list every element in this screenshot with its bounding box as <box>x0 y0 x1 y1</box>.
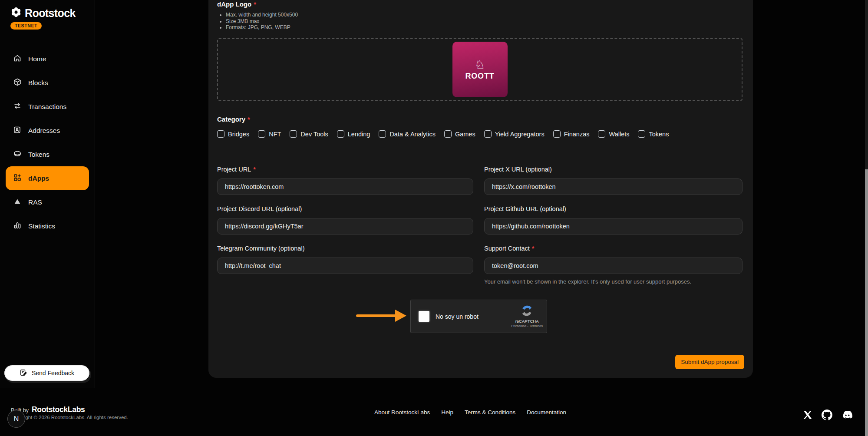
category-options: BridgesNFTDev ToolsLendingData & Analyti… <box>217 130 669 138</box>
category-option-yield-aggregators[interactable]: Yield Aggregators <box>484 130 545 138</box>
sidebar-item-label: Home <box>28 55 46 63</box>
coin-icon <box>13 149 22 160</box>
checkbox-icon[interactable] <box>553 130 561 138</box>
checkbox-icon[interactable] <box>444 130 452 138</box>
category-option-label: Data & Analytics <box>389 131 436 138</box>
category-option-dev-tools[interactable]: Dev Tools <box>290 130 328 138</box>
sidebar-item-blocks[interactable]: Blocks <box>0 71 95 95</box>
category-label: Category* <box>217 116 250 123</box>
checkbox-icon[interactable] <box>379 130 386 138</box>
annotation-arrow <box>356 314 396 317</box>
footer-link-help[interactable]: Help <box>441 409 453 416</box>
field-input-project-x-url-optional[interactable] <box>484 178 743 195</box>
testnet-badge: TESTNET <box>10 22 42 30</box>
footer: Built by RootstockLabs Copyright © 2026 … <box>0 388 868 436</box>
recaptcha-logo-icon <box>521 305 533 319</box>
recaptcha-label: No soy un robot <box>436 313 479 320</box>
form-fields-grid: Project URL*Project X URL (optional)Proj… <box>217 166 743 285</box>
github-icon[interactable] <box>822 410 832 422</box>
recaptcha-branding: reCAPTCHA Privacidad - Términos <box>511 305 543 328</box>
rootstocklabs-wordmark[interactable]: RootstockLabs <box>32 405 85 414</box>
field-input-telegram-community-optional[interactable] <box>217 258 473 274</box>
category-option-label: Yield Aggregators <box>495 131 545 138</box>
field-label: Project X URL (optional) <box>484 166 743 173</box>
notification-avatar-badge[interactable]: N <box>7 410 25 428</box>
category-option-tokens[interactable]: Tokens <box>638 130 669 138</box>
footer-link-terms-conditions[interactable]: Terms & Conditions <box>465 409 515 416</box>
sidebar-item-transactions[interactable]: Transactions <box>0 95 95 119</box>
category-option-games[interactable]: Games <box>444 130 475 138</box>
recaptcha-brand-text: reCAPTCHA <box>515 319 539 324</box>
checkbox-icon[interactable] <box>217 130 224 138</box>
dapp-logo-label: dApp Logo* <box>217 0 256 8</box>
sidebar-item-statistics[interactable]: Statistics <box>0 214 95 238</box>
field-label: Project Discord URL (optional) <box>217 205 473 212</box>
sidebar-item-label: Transactions <box>28 103 66 111</box>
checkbox-icon[interactable] <box>290 130 297 138</box>
logo-preview-tile: ♘ ROOTT <box>452 42 508 97</box>
category-option-finanzas[interactable]: Finanzas <box>553 130 590 138</box>
logo-upload-dropzone[interactable]: ♘ ROOTT <box>217 38 743 101</box>
home-icon <box>13 54 22 64</box>
logo-rule: Size 3MB max <box>226 18 298 25</box>
sidebar-item-label: RAS <box>28 198 42 206</box>
category-option-label: Lending <box>348 131 370 138</box>
brand-logo[interactable]: Rootstock <box>10 7 95 20</box>
checkbox-icon[interactable] <box>258 130 265 138</box>
field-input-support-contact[interactable] <box>484 258 743 274</box>
sidebar-item-ras[interactable]: RAS <box>0 190 95 214</box>
category-option-label: Bridges <box>228 131 249 138</box>
recaptcha-widget: No soy un robot reCAPTCHA Privacidad - T… <box>410 300 547 333</box>
sidebar-item-label: Statistics <box>28 222 55 230</box>
form-field-telegram-community-optional: Telegram Community (optional) <box>217 245 473 285</box>
footer-link-documentation[interactable]: Documentation <box>527 409 566 416</box>
dapps-grid-plus-icon <box>13 173 22 184</box>
field-input-project-url[interactable] <box>217 178 473 195</box>
sidebar-item-home[interactable]: Home <box>0 47 95 71</box>
sidebar-item-dapps[interactable]: dApps <box>6 166 89 190</box>
category-option-bridges[interactable]: Bridges <box>217 130 249 138</box>
x-twitter-icon[interactable] <box>802 410 813 422</box>
sidebar-item-addresses[interactable]: Addresses <box>0 119 95 142</box>
logo-rule: Formats: JPG, PNG, WEBP <box>226 24 298 31</box>
send-feedback-button[interactable]: Send Feedback <box>4 365 90 381</box>
required-asterisk: * <box>248 116 250 123</box>
bar-chart-icon <box>13 221 22 231</box>
sidebar-item-label: dApps <box>28 175 49 182</box>
field-input-project-github-url-optional[interactable] <box>484 218 743 235</box>
send-feedback-label: Send Feedback <box>32 370 74 377</box>
category-option-data-analytics[interactable]: Data & Analytics <box>379 130 436 138</box>
sidebar-item-tokens[interactable]: Tokens <box>0 142 95 166</box>
checkbox-icon[interactable] <box>484 130 492 138</box>
logo-rule: Max. width and height 500x500 <box>226 12 298 18</box>
form-field-project-x-url-optional: Project X URL (optional) <box>484 166 743 195</box>
rootstock-flower-icon <box>10 7 22 20</box>
category-option-nft[interactable]: NFT <box>258 130 281 138</box>
swap-arrows-icon <box>13 102 22 112</box>
scrollbar-thumb[interactable] <box>865 169 868 436</box>
triangle-icon <box>13 197 22 208</box>
sidebar-item-label: Addresses <box>28 127 60 135</box>
required-asterisk: * <box>253 166 256 173</box>
category-option-label: Finanzas <box>564 131 590 138</box>
sidebar-item-label: Tokens <box>28 151 50 159</box>
form-field-support-contact: Support Contact*Your email won't be show… <box>484 245 743 285</box>
logo-rules-list: Max. width and height 500x500 Size 3MB m… <box>226 12 298 31</box>
recaptcha-checkbox[interactable] <box>419 311 429 322</box>
discord-icon[interactable] <box>841 410 853 421</box>
checkbox-icon[interactable] <box>598 130 605 138</box>
category-option-label: Dev Tools <box>300 131 328 138</box>
form-field-project-url: Project URL* <box>217 166 473 195</box>
checkbox-icon[interactable] <box>638 130 645 138</box>
category-option-label: Wallets <box>609 131 629 138</box>
footer-link-about-rootstocklabs[interactable]: About RootstockLabs <box>374 409 430 416</box>
checkbox-icon[interactable] <box>337 130 344 138</box>
field-label: Project Github URL (optional) <box>484 205 743 212</box>
submit-dapp-proposal-button[interactable]: Submit dApp proposal <box>675 355 744 369</box>
category-option-wallets[interactable]: Wallets <box>598 130 629 138</box>
category-option-lending[interactable]: Lending <box>337 130 370 138</box>
field-input-project-discord-url-optional[interactable] <box>217 218 473 235</box>
footer-socials <box>802 410 853 422</box>
knight-icon: ♘ <box>475 58 485 71</box>
recaptcha-privacy-terms-links[interactable]: Privacidad - Términos <box>511 324 543 328</box>
